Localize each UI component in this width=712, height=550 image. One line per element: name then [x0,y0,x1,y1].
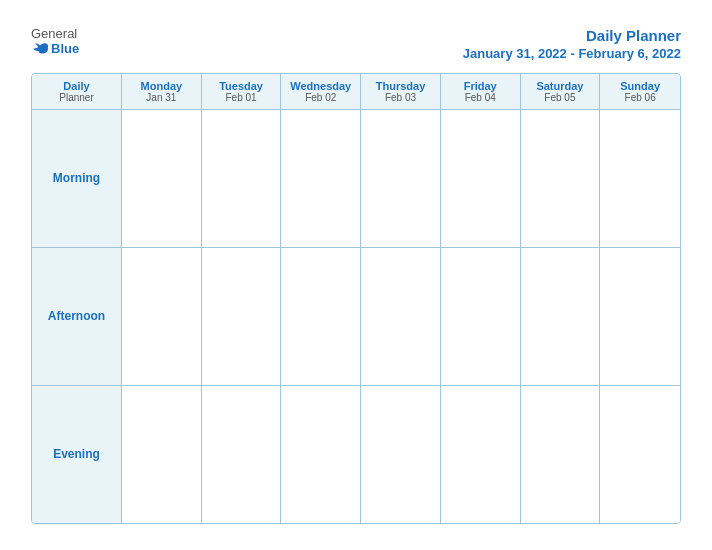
cell-morning-day-5[interactable] [521,110,601,247]
day-name-5: Saturday [525,80,596,92]
day-date-5: Feb 05 [525,92,596,103]
day-date-4: Feb 04 [445,92,516,103]
cell-afternoon-day-0[interactable] [122,248,202,385]
calendar-header-first: Daily Planner [32,74,122,109]
cell-morning-day-6[interactable] [600,110,680,247]
period-label-evening: Evening [32,386,122,523]
period-label-text-2: Evening [53,447,100,461]
period-label-text-1: Afternoon [48,309,105,323]
calendar-body: MorningAfternoonEvening [32,110,680,524]
cell-afternoon-day-1[interactable] [202,248,282,385]
cell-evening-day-6[interactable] [600,386,680,523]
day-date-6: Feb 06 [604,92,676,103]
day-name-2: Wednesday [285,80,356,92]
cell-afternoon-day-6[interactable] [600,248,680,385]
day-name-6: Sunday [604,80,676,92]
header-dates: January 31, 2022 - February 6, 2022 [463,46,681,61]
calendar-row-evening: Evening [32,386,680,523]
day-date-2: Feb 02 [285,92,356,103]
day-name-4: Friday [445,80,516,92]
cell-evening-day-0[interactable] [122,386,202,523]
calendar-header-day-4: FridayFeb 04 [441,74,521,109]
cell-morning-day-1[interactable] [202,110,282,247]
cell-morning-day-0[interactable] [122,110,202,247]
day-date-0: Jan 31 [126,92,197,103]
header: General Blue Daily Planner January 31, 2… [31,26,681,61]
logo-general-text: General [31,26,77,41]
period-label-afternoon: Afternoon [32,248,122,385]
day-name-1: Tuesday [206,80,277,92]
logo-area: General Blue [31,26,79,56]
cell-morning-day-3[interactable] [361,110,441,247]
day-date-1: Feb 01 [206,92,277,103]
cell-afternoon-day-4[interactable] [441,248,521,385]
cell-afternoon-day-3[interactable] [361,248,441,385]
calendar: Daily Planner MondayJan 31TuesdayFeb 01W… [31,73,681,525]
cell-afternoon-day-5[interactable] [521,248,601,385]
calendar-row-afternoon: Afternoon [32,248,680,386]
cell-afternoon-day-2[interactable] [281,248,361,385]
first-col-line2: Planner [36,92,117,103]
day-name-0: Monday [126,80,197,92]
first-col-line1: Daily [36,80,117,92]
calendar-header-day-1: TuesdayFeb 01 [202,74,282,109]
calendar-header-day-6: SundayFeb 06 [600,74,680,109]
logo-blue-text: Blue [31,41,79,56]
header-right: Daily Planner January 31, 2022 - Februar… [463,26,681,61]
page: General Blue Daily Planner January 31, 2… [11,10,701,540]
cell-evening-day-5[interactable] [521,386,601,523]
calendar-header-day-0: MondayJan 31 [122,74,202,109]
cell-evening-day-1[interactable] [202,386,282,523]
header-title: Daily Planner [463,26,681,46]
cell-evening-day-3[interactable] [361,386,441,523]
cell-evening-day-2[interactable] [281,386,361,523]
day-name-3: Thursday [365,80,436,92]
calendar-header-day-3: ThursdayFeb 03 [361,74,441,109]
calendar-header-row: Daily Planner MondayJan 31TuesdayFeb 01W… [32,74,680,110]
calendar-header-day-2: WednesdayFeb 02 [281,74,361,109]
calendar-header-day-5: SaturdayFeb 05 [521,74,601,109]
logo-bird-icon [31,42,49,56]
cell-morning-day-4[interactable] [441,110,521,247]
cell-evening-day-4[interactable] [441,386,521,523]
period-label-text-0: Morning [53,171,100,185]
day-date-3: Feb 03 [365,92,436,103]
calendar-row-morning: Morning [32,110,680,248]
period-label-morning: Morning [32,110,122,247]
cell-morning-day-2[interactable] [281,110,361,247]
